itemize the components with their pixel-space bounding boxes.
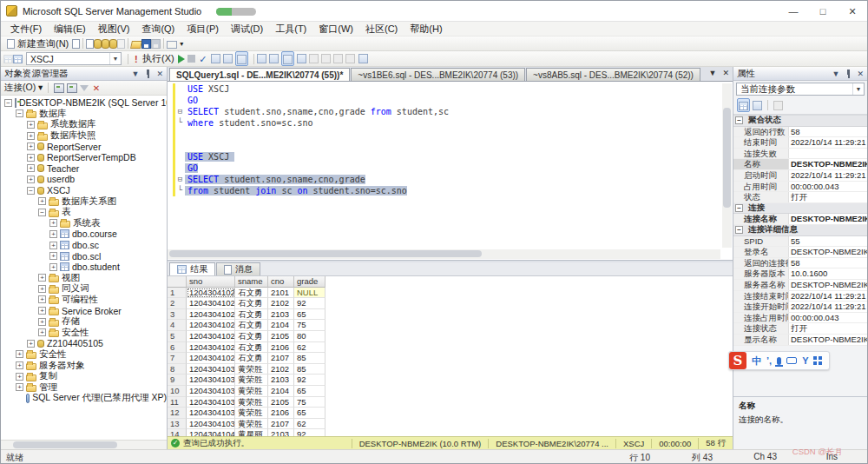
code-line-10[interactable]: └from student join sc on student.sno=sc.…: [168, 185, 720, 196]
row-number[interactable]: 3: [168, 309, 187, 321]
grid-cell[interactable]: 2103: [268, 375, 294, 386]
tree-expander-icon[interactable]: +: [27, 164, 35, 172]
code-line-3[interactable]: ⊟SELECT student.sno,sname,cno,grade from…: [168, 106, 720, 117]
row-number[interactable]: 5: [168, 331, 187, 342]
grid-corner[interactable]: [168, 276, 187, 288]
debug-play-icon[interactable]: [178, 55, 185, 63]
grid-cell[interactable]: 2106: [268, 408, 294, 419]
tree-node-8[interactable]: −XSCJ: [1, 185, 167, 196]
stop-red-icon[interactable]: ✕: [91, 83, 101, 93]
tree-node-13[interactable]: +dbo.sc: [1, 240, 167, 251]
grid-cell[interactable]: 1204304102: [187, 309, 235, 321]
property-value[interactable]: 打开: [789, 323, 867, 334]
active-files-dropdown-icon[interactable]: ▼: [709, 69, 717, 77]
show-estimated-plan-boxed-box[interactable]: [235, 51, 248, 66]
property-row[interactable]: 结束时间2022/10/14 11:29:21: [733, 137, 867, 149]
page-new-icon[interactable]: [86, 39, 94, 49]
grid-cell[interactable]: 75: [294, 397, 326, 408]
property-value[interactable]: 58: [789, 258, 867, 268]
tree-expander-icon[interactable]: −: [16, 109, 23, 117]
query-designer-icon[interactable]: [211, 54, 220, 63]
tree-node-2[interactable]: +系统数据库: [1, 119, 167, 130]
property-value[interactable]: 2022/10/14 11:29:21: [789, 170, 867, 181]
grid-cell[interactable]: 2105: [268, 397, 294, 408]
grid-cell[interactable]: 石文勇: [235, 320, 268, 331]
tree-node-25[interactable]: +复制: [1, 371, 167, 382]
property-row[interactable]: 连接结束时间2022/10/14 11:29:21: [733, 291, 867, 302]
tree-expander-icon[interactable]: +: [27, 176, 35, 183]
properties-position-icon[interactable]: ▼: [832, 70, 840, 78]
row-number[interactable]: 12: [168, 408, 187, 419]
results-to-text-icon[interactable]: [269, 54, 279, 63]
menu-item-7[interactable]: 窗口(W): [312, 22, 359, 36]
overflow-chevron-icon[interactable]: ▾: [180, 40, 183, 48]
grid-cell[interactable]: 黄荣胜: [235, 386, 268, 397]
grid-cell[interactable]: 2104: [268, 386, 294, 397]
tree-expander-icon[interactable]: +: [38, 274, 46, 282]
tree-node-4[interactable]: +ReportServer: [1, 141, 167, 152]
stop-disabled-icon[interactable]: [187, 55, 195, 63]
property-value[interactable]: 55: [789, 236, 867, 247]
grid-cell[interactable]: NULL: [294, 288, 326, 299]
grid-cell[interactable]: 1204304104: [187, 429, 235, 436]
property-category-0[interactable]: −聚合状态: [733, 116, 867, 127]
property-row[interactable]: 连接占用时间00:00:00.043: [733, 313, 867, 324]
tree-node-6[interactable]: +Teacher: [1, 163, 167, 175]
tree-node-17[interactable]: +同义词: [1, 283, 167, 295]
property-value[interactable]: DESKTOP-NBME2IK: [789, 335, 867, 345]
ime-toolbox-icon[interactable]: [813, 356, 822, 365]
property-row[interactable]: 显示名称DESKTOP-NBME2IK: [733, 335, 867, 346]
property-row[interactable]: SPID55: [733, 236, 867, 248]
property-category-2[interactable]: −连接详细信息: [733, 225, 867, 236]
indent-disabled-icon[interactable]: [333, 54, 343, 63]
tree-node-0[interactable]: −DESKTOP-NBME2IK (SQL Server 10.0.160: [1, 97, 167, 109]
fold-marker-icon[interactable]: ⊟: [175, 175, 185, 184]
document-tab-1[interactable]: ~vs1BE6.sql - DES...BME2IK\20774 (53)): [351, 68, 525, 81]
row-number[interactable]: 2: [168, 298, 187, 309]
tree-expander-icon[interactable]: +: [38, 285, 46, 293]
grid-cell[interactable]: 85: [294, 353, 326, 364]
column-header-sno[interactable]: sno: [187, 276, 235, 288]
tree-node-1[interactable]: −数据库: [1, 109, 167, 120]
tree-expander-icon[interactable]: +: [27, 143, 35, 150]
row-number[interactable]: 6: [168, 342, 187, 354]
grid-cell[interactable]: 85: [294, 364, 326, 375]
tree-node-16[interactable]: +视图: [1, 273, 167, 284]
ime-keyboard-icon[interactable]: [786, 357, 797, 364]
row-number[interactable]: 7: [168, 353, 187, 364]
tree-node-12[interactable]: +dbo.course: [1, 229, 167, 240]
tree-node-14[interactable]: +dbo.scl: [1, 250, 167, 262]
document-close-icon[interactable]: ✕: [722, 69, 729, 77]
results-to-file-icon[interactable]: [297, 54, 306, 63]
code-line-2[interactable]: GO: [168, 95, 720, 106]
save-icon[interactable]: [141, 39, 151, 49]
intellisense-icon[interactable]: [358, 54, 368, 63]
grid-cell[interactable]: 黄荣胜: [235, 419, 268, 430]
outdent-disabled-icon[interactable]: [345, 54, 355, 63]
database-script-icon[interactable]: [109, 39, 117, 49]
menu-item-4[interactable]: 项目(P): [181, 22, 225, 36]
client-stats-icon[interactable]: [257, 54, 266, 63]
results-tab-1[interactable]: 消息: [216, 262, 260, 275]
property-value[interactable]: 2022/10/14 11:29:21: [789, 137, 867, 148]
categorized-icon[interactable]: [739, 102, 748, 110]
grid-cell[interactable]: 92: [294, 375, 326, 386]
show-estimated-plan-boxed-icon[interactable]: [237, 55, 247, 64]
grid-cell[interactable]: 2104: [268, 320, 294, 331]
grid-cell[interactable]: 75: [294, 320, 326, 331]
tree-node-26[interactable]: +管理: [1, 381, 167, 393]
maximize-button[interactable]: □: [808, 1, 838, 22]
new-query-button[interactable]: 新建查询(N): [3, 36, 72, 51]
close-button[interactable]: ✕: [838, 1, 867, 22]
tree-expander-icon[interactable]: −: [4, 99, 12, 107]
code-line-7[interactable]: USE XSCJ: [168, 151, 720, 162]
grid-cell[interactable]: 92: [294, 298, 326, 309]
folder-open-icon[interactable]: [130, 41, 142, 49]
tree-expander-icon[interactable]: +: [49, 230, 57, 238]
tree-expander-icon[interactable]: +: [16, 373, 23, 381]
grid-cell[interactable]: 石文勇: [235, 309, 268, 321]
code-line-4[interactable]: └where student.sno=sc.sno: [168, 117, 720, 129]
tree-node-9[interactable]: +数据库关系图: [1, 196, 167, 207]
tree-node-5[interactable]: +ReportServerTempDB: [1, 152, 167, 163]
menu-item-8[interactable]: 社区(C): [359, 22, 404, 36]
